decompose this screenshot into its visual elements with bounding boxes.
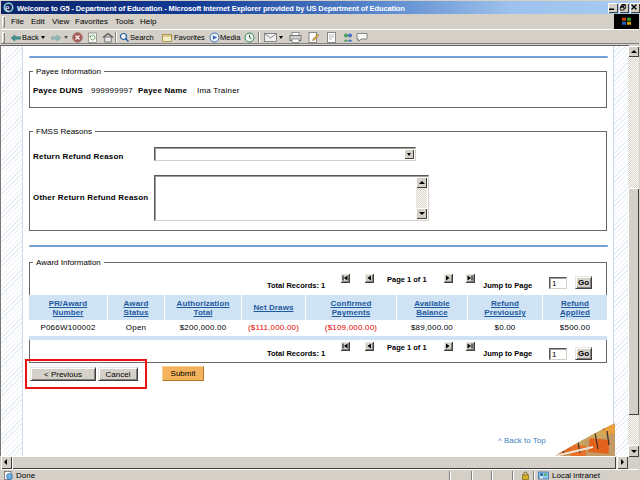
svg-text:e: e <box>5 2 10 13</box>
